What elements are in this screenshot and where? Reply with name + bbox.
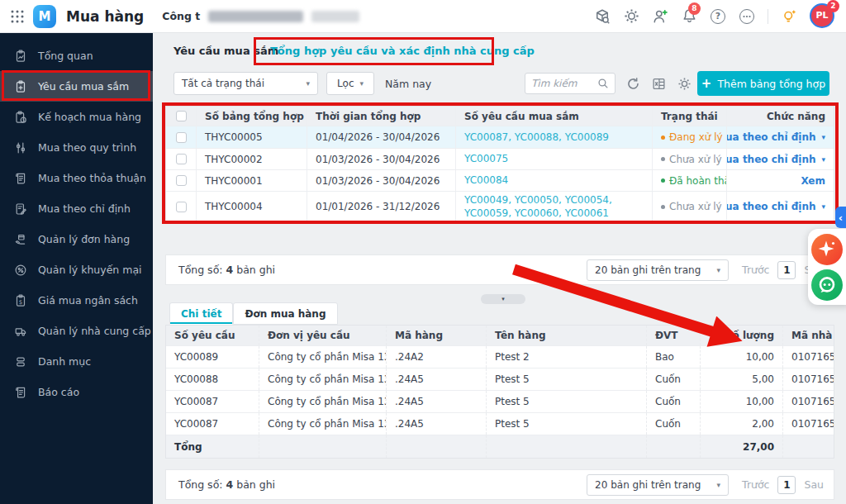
page-number[interactable]: 1: [777, 261, 796, 279]
topbar-divider: [768, 9, 768, 24]
sidebar-item-tong-quan[interactable]: Tổng quan: [0, 40, 153, 71]
table-row[interactable]: YC00087 Công ty cổ phần Misa 136 .24A5 P…: [166, 413, 834, 435]
sidebar-item-quan-ly-don-hang[interactable]: Quản lý đơn hàng: [0, 224, 153, 254]
sidebar-item-yeu-cau-mua-sam[interactable]: Yêu cầu mua sắm: [0, 71, 153, 102]
row-checkbox[interactable]: [176, 202, 187, 212]
table-row[interactable]: THYC00002 01/03/2026 - 30/04/2026 YC0007…: [166, 149, 834, 170]
action-dropdown[interactable]: Mua theo chỉ định▾: [726, 154, 825, 165]
app-grid-icon[interactable]: [10, 9, 25, 24]
page-number[interactable]: 1: [777, 476, 796, 494]
company-name-redacted: [208, 11, 303, 22]
more-icon[interactable]: [739, 8, 755, 25]
company-name: Công t: [162, 10, 200, 22]
status-filter-select[interactable]: Tất cả trạng thái ▾: [173, 72, 318, 95]
support-chat-button[interactable]: [811, 269, 843, 301]
notifications-icon[interactable]: 8: [681, 8, 697, 25]
chat-bubble-icon: [811, 269, 843, 301]
sidebar-nav: Tổng quan Yêu cầu mua sắm Kế hoạch mua h…: [0, 33, 153, 504]
chevron-down-icon: ▾: [717, 481, 721, 489]
categories-icon: [14, 355, 27, 368]
chevron-down-icon: ▾: [501, 296, 505, 302]
table-row[interactable]: THYC00004 01/01/2026 - 31/12/2026 YC0004…: [166, 192, 834, 221]
purchase-request-icon: [14, 80, 27, 93]
sidebar-item-mua-theo-thoa-thuan[interactable]: Mua theo thỏa thuận: [0, 163, 153, 193]
view-link[interactable]: Xem: [801, 175, 825, 187]
table-row[interactable]: THYC00001 01/03/2026 - 30/04/2026 YC0008…: [166, 170, 834, 192]
detail-tabs: Chi tiết Đơn mua hàng: [169, 302, 338, 325]
total-quantity: 27,00: [700, 435, 782, 458]
main-content: Yêu cầu mua sắm Tổng hợp yêu cầu và xác …: [153, 33, 846, 504]
tab-chi-tiet[interactable]: Chi tiết: [169, 302, 233, 325]
next-page-button[interactable]: Sau: [804, 478, 824, 491]
user-avatar[interactable]: PL 2: [810, 3, 836, 30]
ai-assistant-button[interactable]: [811, 234, 843, 265]
filter-button[interactable]: Lọc ▾: [326, 72, 374, 95]
sidebar-item-quan-ly-khuyen-mai[interactable]: Quản lý khuyến mại: [0, 254, 153, 285]
sidebar-item-danh-muc[interactable]: Danh mục: [0, 346, 153, 377]
chevron-down-icon: ▾: [821, 155, 825, 164]
sidebar-item-bao-cao[interactable]: Báo cáo: [0, 377, 153, 407]
prev-page-button[interactable]: Trước: [742, 264, 769, 276]
summary-table-footer: Tổng số: 4 bản ghi 20 bản ghi trên trang…: [165, 254, 834, 285]
status-badge: Đã hoàn thà: [652, 170, 726, 191]
misa-logo[interactable]: M: [33, 5, 56, 28]
topbar-actions: 8 ? PL 2: [594, 3, 836, 30]
status-badge: Đang xử lý: [652, 126, 726, 148]
page-size-select[interactable]: 20 bản ghi trên trang ▾: [587, 259, 729, 281]
search-icon: [597, 78, 609, 89]
row-checkbox[interactable]: [176, 154, 187, 164]
table-row[interactable]: THYC00005 01/04/2026 - 30/04/2026 YC0008…: [166, 126, 834, 149]
settings-icon[interactable]: [623, 8, 639, 25]
help-icon[interactable]: ?: [710, 8, 726, 25]
tab-don-mua-hang[interactable]: Đơn mua hàng: [233, 302, 337, 325]
table-row[interactable]: YC00088 Công ty cổ phần Misa 136 .24A5 P…: [166, 368, 834, 391]
supplier-icon: [14, 325, 27, 338]
sidebar-item-quan-ly-nha-cung-cap[interactable]: Quản lý nhà cung cấp: [0, 316, 153, 346]
request-links[interactable]: YC00084: [455, 170, 652, 191]
overview-icon: [14, 50, 27, 63]
order-management-icon: [14, 233, 27, 246]
request-links[interactable]: YC00049, YC00050, YC00054, YC00059, YC00…: [455, 192, 652, 221]
chevron-down-icon: ▾: [306, 79, 310, 88]
floating-action-panel: [808, 229, 846, 305]
request-links[interactable]: YC00075: [455, 149, 652, 169]
whats-new-icon[interactable]: [781, 8, 797, 25]
action-dropdown[interactable]: Mua theo chỉ định▾: [726, 131, 825, 143]
collapse-right-panel-button[interactable]: ‹: [835, 207, 846, 228]
chevron-down-icon: ▾: [360, 79, 364, 88]
summary-table-header: Số bảng tổng hợp Thời gian tổng hợp Số y…: [166, 107, 834, 126]
collapse-panel-handle[interactable]: ▾: [481, 294, 525, 304]
sidebar-item-mua-theo-chi-dinh[interactable]: Mua theo chỉ định: [0, 193, 153, 224]
table-row[interactable]: YC00087 Công ty cổ phần Misa 136 .24A5 P…: [166, 391, 834, 413]
budget-price-icon: $: [14, 294, 27, 307]
select-all-checkbox[interactable]: [176, 111, 187, 121]
add-summary-button[interactable]: + Thêm bảng tổng hợp: [697, 71, 829, 96]
export-excel-icon[interactable]: [650, 75, 667, 92]
tab-tong-hop-yeu-cau[interactable]: Tổng hợp yêu cầu và xác định nhà cung cấ…: [270, 45, 535, 57]
sidebar-item-gia-mua-ngan-sach[interactable]: $ Giá mua ngân sách: [0, 285, 153, 316]
page-size-select[interactable]: 20 bản ghi trên trang ▾: [587, 474, 729, 496]
promotion-icon: [14, 264, 27, 277]
refresh-icon[interactable]: [625, 75, 641, 92]
report-icon: [14, 386, 27, 399]
chevron-down-icon: ▾: [717, 266, 721, 274]
module-search-icon[interactable]: [594, 8, 611, 25]
chevron-down-icon: ▾: [821, 202, 825, 211]
sidebar-item-mua-theo-quy-trinh[interactable]: Mua theo quy trình: [0, 132, 153, 163]
table-row[interactable]: YC00089 Công ty cổ phần Misa 136 .24A2 P…: [166, 346, 834, 368]
row-checkbox[interactable]: [176, 132, 187, 143]
request-links[interactable]: YC00087, YC00088, YC00089: [455, 126, 652, 148]
row-checkbox[interactable]: [176, 175, 187, 186]
time-filter-label[interactable]: Năm nay: [385, 78, 431, 90]
action-dropdown[interactable]: Mua theo chỉ định▾: [726, 201, 825, 212]
sidebar-item-ke-hoach-mua-hang[interactable]: Kế hoạch mua hàng: [0, 102, 153, 132]
prev-page-button[interactable]: Trước: [742, 478, 769, 491]
summary-table: Số bảng tổng hợp Thời gian tổng hợp Số y…: [165, 106, 834, 222]
status-badge: Chưa xử lý: [652, 192, 726, 221]
tab-yeu-cau-mua-sam[interactable]: Yêu cầu mua sắm: [173, 45, 278, 57]
search-input[interactable]: [531, 78, 589, 89]
app-title: Mua hàng: [66, 8, 144, 25]
status-dot-icon: [661, 157, 665, 161]
add-user-icon[interactable]: [652, 8, 668, 25]
table-settings-icon[interactable]: [676, 75, 692, 92]
